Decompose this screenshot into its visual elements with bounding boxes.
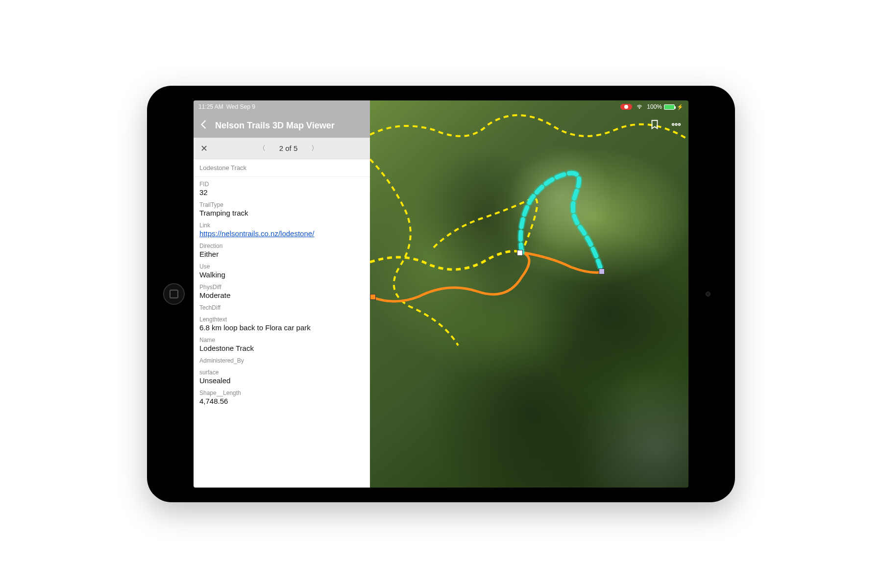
bookmark-icon[interactable] (649, 119, 660, 132)
field-trailtype: TrailType Tramping track (199, 201, 364, 217)
back-arrow-icon[interactable] (198, 119, 209, 132)
map-marker[interactable] (517, 250, 523, 256)
battery-icon (664, 104, 675, 110)
feature-subtitle: Lodestone Track (194, 159, 370, 177)
field-label: Administered_By (199, 357, 364, 364)
field-value-link[interactable]: https://nelsontrails.co.nz/lodestone/ (199, 229, 364, 238)
close-icon[interactable]: ✕ (197, 140, 211, 157)
field-physdiff: PhysDiff Moderate (199, 284, 364, 299)
screen: 11:25 AM Wed Sep 9 Nelson Trails 3D Map … (194, 100, 688, 488)
home-button[interactable] (163, 283, 185, 305)
wifi-icon (636, 103, 643, 111)
status-bar-left: 11:25 AM Wed Sep 9 (194, 100, 370, 113)
pager-count: 2 of 5 (279, 144, 298, 152)
field-value: Either (199, 250, 364, 258)
field-techdiff: TechDiff (199, 304, 364, 311)
field-value: Moderate (199, 291, 364, 299)
status-date: Wed Sep 9 (226, 103, 255, 110)
attribute-list[interactable]: FID 32 TrailType Tramping track Link htt… (194, 177, 370, 488)
app-title: Nelson Trails 3D Map Viewer (215, 121, 335, 131)
front-camera (706, 292, 710, 296)
pager-prev-icon[interactable]: 〈 (255, 142, 270, 155)
field-value: Tramping track (199, 209, 364, 217)
field-surface: surface Unsealed (199, 369, 364, 385)
status-bar-right: 100% ⚡ (615, 100, 688, 113)
field-label: Direction (199, 243, 364, 249)
field-label: surface (199, 369, 364, 376)
field-value: Walking (199, 270, 364, 279)
field-label: TrailType (199, 201, 364, 208)
field-value: 6.8 km loop back to Flora car park (199, 323, 364, 332)
svg-point-0 (639, 107, 640, 108)
svg-point-3 (679, 123, 681, 125)
field-label: Name (199, 337, 364, 343)
field-label: Lengthtext (199, 316, 364, 323)
map-3d-view[interactable]: 100% ⚡ (370, 100, 688, 488)
map-marker[interactable] (370, 294, 376, 300)
pager-bar: ✕ 〈 2 of 5 〉 (194, 138, 370, 159)
map-top-controls (649, 119, 682, 132)
field-use: Use Walking (199, 263, 364, 279)
field-label: Link (199, 222, 364, 229)
pager-next-icon[interactable]: 〉 (307, 142, 322, 155)
field-fid: FID 32 (199, 181, 364, 196)
info-panel: 11:25 AM Wed Sep 9 Nelson Trails 3D Map … (194, 100, 370, 488)
field-value: 32 (199, 188, 364, 196)
field-shape-length: Shape__Length 4,748.56 (199, 390, 364, 405)
status-time: 11:25 AM (198, 103, 223, 110)
field-label: PhysDiff (199, 284, 364, 291)
more-icon[interactable] (671, 119, 682, 132)
trail-overlay (370, 100, 688, 488)
field-name: Name Lodestone Track (199, 337, 364, 352)
field-administered-by: Administered_By (199, 357, 364, 364)
charging-icon: ⚡ (677, 104, 684, 110)
tablet-frame: 11:25 AM Wed Sep 9 Nelson Trails 3D Map … (147, 86, 735, 502)
field-direction: Direction Either (199, 243, 364, 258)
field-link: Link https://nelsontrails.co.nz/lodeston… (199, 222, 364, 238)
field-label: Use (199, 263, 364, 270)
map-marker[interactable] (599, 269, 605, 274)
field-value: Unsealed (199, 376, 364, 385)
svg-point-2 (675, 123, 677, 125)
field-label: TechDiff (199, 304, 364, 311)
field-label: FID (199, 181, 364, 188)
field-label: Shape__Length (199, 390, 364, 396)
field-lengthtext: Lengthtext 6.8 km loop back to Flora car… (199, 316, 364, 332)
svg-point-1 (672, 123, 674, 125)
screen-record-indicator[interactable] (620, 104, 632, 110)
battery-percent: 100% (647, 103, 662, 110)
title-bar: Nelson Trails 3D Map Viewer (194, 113, 370, 138)
battery-indicator: 100% ⚡ (647, 103, 684, 110)
field-value: 4,748.56 (199, 397, 364, 405)
field-value: Lodestone Track (199, 344, 364, 352)
